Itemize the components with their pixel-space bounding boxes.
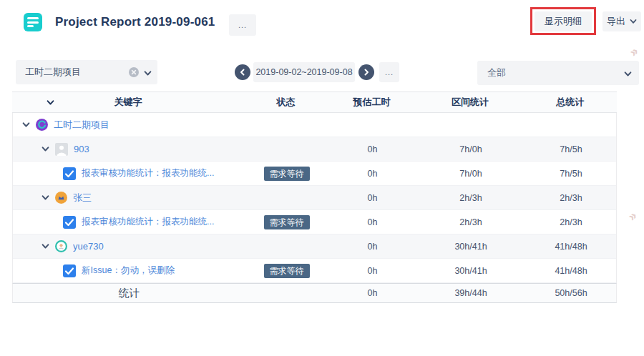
project-filter-value: 工时二期项目 bbox=[25, 66, 81, 79]
table-footer-row: 统计 0h 39h/44h 50h/56h bbox=[12, 283, 617, 303]
default-user-avatar bbox=[55, 143, 68, 156]
faint-arrow-icon: » bbox=[625, 208, 640, 224]
footer-interval-cell: 39h/44h bbox=[417, 288, 525, 298]
orange-user-avatar bbox=[55, 192, 67, 204]
project-avatar bbox=[36, 119, 48, 131]
total-cell: 7h/5h bbox=[525, 144, 618, 154]
estimated-cell: 0h bbox=[328, 169, 417, 179]
user-link[interactable]: yue730 bbox=[73, 241, 104, 252]
tree-expand-chevron-icon[interactable] bbox=[42, 145, 49, 153]
keyword-cell: 张三 bbox=[13, 192, 245, 204]
interval-cell: 30h/41h bbox=[417, 266, 525, 276]
project-filter-select[interactable]: 工时二期项目 bbox=[16, 60, 157, 84]
status-cell: 需求等待 bbox=[245, 264, 328, 278]
chevron-left-icon bbox=[239, 69, 246, 76]
scope-filter-select[interactable]: 全部 bbox=[477, 61, 639, 85]
keyword-cell: 新Issue：勿动，误删除 bbox=[13, 264, 245, 277]
interval-cell: 30h/41h bbox=[417, 242, 525, 252]
table-row: 工时二期项目 bbox=[13, 113, 616, 137]
tree-expand-chevron-icon[interactable] bbox=[22, 121, 30, 129]
status-cell: 需求等待 bbox=[245, 215, 328, 229]
estimated-cell: 0h bbox=[328, 217, 417, 227]
issue-link[interactable]: 报表审核功能统计：报表功能统... bbox=[82, 167, 214, 179]
tree-expand-chevron-icon[interactable] bbox=[42, 242, 49, 250]
faint-arrow-icon: » bbox=[627, 44, 642, 60]
column-header-status: 状态 bbox=[245, 96, 327, 109]
estimated-cell: 0h bbox=[328, 144, 417, 154]
page-title: Project Report 2019-09-061 bbox=[55, 15, 215, 29]
table-row: 9030h7h/0h7h/5h bbox=[13, 137, 616, 162]
checked-checkbox-icon[interactable] bbox=[63, 264, 76, 277]
tree-expand-chevron-icon[interactable] bbox=[42, 194, 49, 202]
table-header-row: 关键字 状态 预估工时 区间统计 总统计 bbox=[12, 92, 617, 113]
table-body: 工时二期项目9030h7h/0h7h/5h报表审核功能统计：报表功能统...需求… bbox=[12, 113, 617, 283]
project-report-page: Project Report 2019-09-061 ... 显示明细 导出 工… bbox=[0, 0, 644, 356]
column-header-interval: 区间统计 bbox=[416, 96, 524, 109]
status-cell: 需求等待 bbox=[245, 167, 328, 181]
interval-cell: 2h/3h bbox=[417, 217, 525, 227]
estimated-cell: 0h bbox=[328, 266, 417, 276]
checked-checkbox-icon[interactable] bbox=[63, 167, 76, 180]
user-link[interactable]: 903 bbox=[74, 144, 89, 154]
footer-estimated-cell: 0h bbox=[328, 288, 417, 298]
table-row: 新Issue：勿动，误删除需求等待0h30h/41h41h/48h bbox=[13, 259, 616, 283]
title-more-button[interactable]: ... bbox=[229, 14, 256, 36]
total-cell: 41h/48h bbox=[525, 242, 618, 252]
project-link[interactable]: 工时二期项目 bbox=[54, 119, 109, 132]
keyword-cell: 报表审核功能统计：报表功能统... bbox=[13, 167, 245, 180]
total-cell: 2h/3h bbox=[525, 193, 618, 203]
issue-link[interactable]: 报表审核功能统计：报表功能统... bbox=[82, 216, 214, 228]
total-cell: 7h/5h bbox=[525, 169, 618, 179]
table-row: 张三0h2h/3h2h/3h bbox=[13, 186, 616, 210]
keyword-cell: 903 bbox=[13, 143, 245, 156]
footer-label: 统计 bbox=[13, 287, 245, 300]
total-cell: 2h/3h bbox=[525, 217, 618, 227]
column-header-keyword: 关键字 bbox=[11, 96, 245, 109]
column-header-estimated: 预估工时 bbox=[327, 96, 416, 109]
report-logo-icon bbox=[24, 13, 42, 31]
date-range-button[interactable]: 2019-09-02~2019-09-08 bbox=[253, 62, 355, 82]
teal-user-avatar bbox=[55, 240, 67, 252]
chevron-down-icon bbox=[624, 69, 632, 80]
show-detail-button[interactable]: 显示明细 bbox=[535, 11, 592, 31]
issue-link[interactable]: 新Issue：勿动，误删除 bbox=[82, 264, 175, 277]
chevron-down-icon bbox=[630, 18, 637, 25]
checked-checkbox-icon[interactable] bbox=[63, 216, 76, 229]
status-badge: 需求等待 bbox=[264, 215, 310, 229]
table-row: 报表审核功能统计：报表功能统...需求等待0h7h/0h7h/5h bbox=[13, 162, 616, 186]
date-more-button[interactable]: ... bbox=[379, 62, 399, 82]
next-period-button[interactable] bbox=[358, 64, 374, 80]
keyword-cell: 报表审核功能统计：报表功能统... bbox=[13, 216, 245, 229]
export-button[interactable]: 导出 bbox=[602, 11, 641, 31]
estimated-cell: 0h bbox=[328, 242, 417, 252]
clear-filter-icon[interactable] bbox=[129, 67, 139, 79]
estimated-cell: 0h bbox=[328, 193, 417, 203]
table-row: 报表审核功能统计：报表功能统...需求等待0h2h/3h2h/3h bbox=[13, 210, 616, 234]
status-badge: 需求等待 bbox=[264, 264, 310, 278]
user-link[interactable]: 张三 bbox=[73, 192, 92, 204]
total-cell: 41h/48h bbox=[525, 266, 618, 276]
footer-total-cell: 50h/56h bbox=[525, 288, 618, 298]
keyword-cell: yue730 bbox=[13, 240, 245, 252]
export-button-label: 导出 bbox=[607, 15, 625, 28]
prev-period-button[interactable] bbox=[235, 64, 250, 80]
keyword-cell: 工时二期项目 bbox=[13, 119, 245, 132]
chevron-right-icon bbox=[363, 69, 370, 76]
interval-cell: 7h/0h bbox=[417, 169, 525, 179]
interval-cell: 7h/0h bbox=[417, 144, 525, 154]
worktime-table: 关键字 状态 预估工时 区间统计 总统计 工时二期项目9030h7h/0h7h/… bbox=[12, 92, 617, 303]
scope-filter-value: 全部 bbox=[487, 66, 506, 79]
interval-cell: 2h/3h bbox=[417, 193, 525, 203]
chevron-down-icon bbox=[144, 69, 152, 79]
table-row: yue7300h30h/41h41h/48h bbox=[13, 234, 616, 259]
status-badge: 需求等待 bbox=[264, 167, 310, 181]
column-header-total: 总统计 bbox=[524, 96, 617, 109]
